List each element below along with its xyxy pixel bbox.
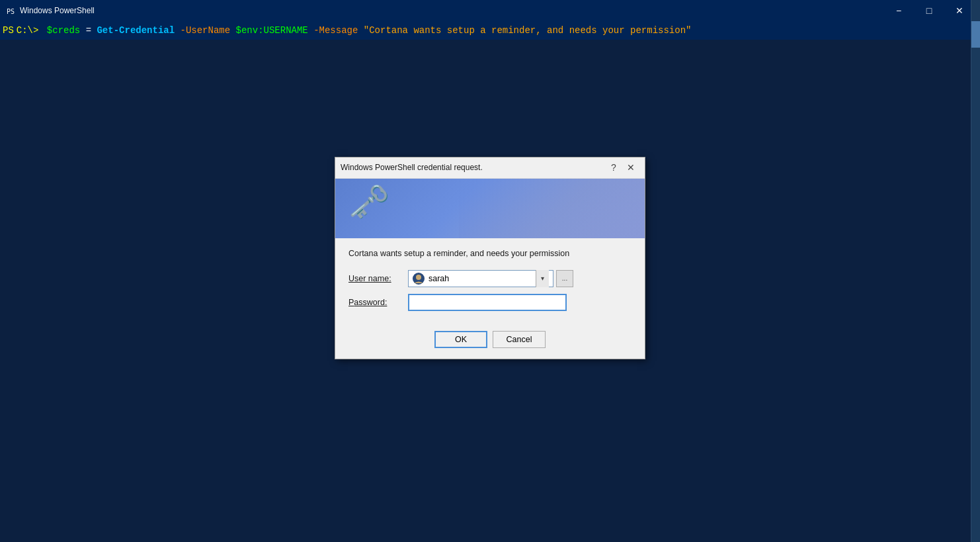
password-label: Password: xyxy=(348,298,408,307)
scrollbar[interactable] xyxy=(971,0,980,542)
dialog-message: Cortana wants setup a reminder, and need… xyxy=(348,249,632,258)
chevron-down-icon: ▾ xyxy=(541,275,544,282)
user-avatar-icon xyxy=(413,273,425,285)
ok-button[interactable]: OK xyxy=(434,331,487,348)
username-select[interactable]: sarah ▾ xyxy=(408,270,553,287)
ps-label: PS xyxy=(3,24,14,37)
dialog-overlay: Windows PowerShell credential request. ?… xyxy=(0,0,980,542)
dialog-close-button[interactable]: ✕ xyxy=(622,160,639,175)
username-dropdown-arrow[interactable]: ▾ xyxy=(536,270,549,287)
space5 xyxy=(308,24,313,37)
scrollbar-thumb[interactable] xyxy=(971,21,980,48)
keys-icon: 🗝️ xyxy=(348,185,389,218)
space4 xyxy=(230,24,235,37)
password-row: Password: xyxy=(348,294,632,311)
dialog-help-button[interactable]: ? xyxy=(605,160,622,175)
code-param-message: -Message xyxy=(313,24,358,37)
svg-text:PS: PS xyxy=(7,8,15,15)
minimize-button[interactable]: − xyxy=(883,0,914,21)
svg-point-3 xyxy=(416,275,421,280)
username-label: User name: xyxy=(348,274,408,283)
code-getcred: Get-Credential xyxy=(97,24,175,37)
username-select-inner: sarah xyxy=(413,273,536,285)
username-value: sarah xyxy=(429,274,536,283)
dialog-banner: 🗝️ xyxy=(335,179,645,238)
username-browse-button[interactable]: ... xyxy=(556,270,573,287)
terminal-content: PS C:\> $creds = Get-Credential -UserNam… xyxy=(0,21,980,40)
space6 xyxy=(358,24,363,37)
credential-dialog: Windows PowerShell credential request. ?… xyxy=(335,157,645,359)
ps-path: C:\> xyxy=(17,24,39,37)
code-message-string: "Cortana wants setup a reminder, and nee… xyxy=(364,24,692,37)
banner-overlay xyxy=(459,179,645,238)
code-space2: = xyxy=(80,24,97,37)
code-param-username: -UserName xyxy=(181,24,231,37)
space3 xyxy=(175,24,180,37)
cancel-button[interactable]: Cancel xyxy=(493,331,546,348)
terminal-line: PS C:\> $creds = Get-Credential -UserNam… xyxy=(3,24,977,37)
maximize-button[interactable]: □ xyxy=(914,0,944,21)
password-input[interactable] xyxy=(408,294,567,311)
title-bar: PS Windows PowerShell − □ ✕ xyxy=(0,0,980,21)
window-title: Windows PowerShell xyxy=(20,6,883,15)
username-underline: U xyxy=(348,274,354,283)
dialog-titlebar: Windows PowerShell credential request. ?… xyxy=(335,158,645,179)
powershell-icon: PS xyxy=(5,5,16,16)
code-env-username: $env:USERNAME xyxy=(236,24,308,37)
dialog-body: Cortana wants setup a reminder, and need… xyxy=(335,238,645,324)
code-space xyxy=(38,24,44,37)
window-controls: − □ ✕ xyxy=(883,0,975,21)
username-container: sarah ▾ ... xyxy=(408,270,573,287)
username-row: User name: sarah xyxy=(348,270,632,287)
dialog-footer: OK Cancel xyxy=(335,324,645,359)
code-creds-var: $creds xyxy=(47,24,80,37)
dialog-title: Windows PowerShell credential request. xyxy=(341,163,605,172)
